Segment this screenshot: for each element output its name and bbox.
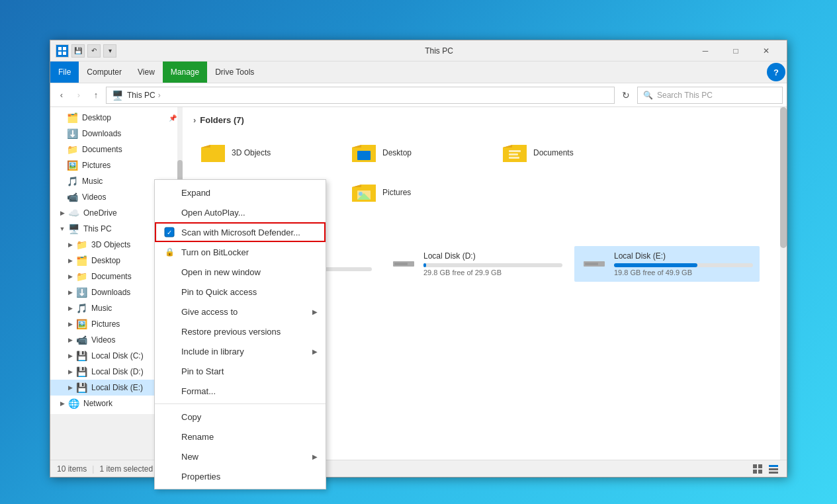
cm-pin-start[interactable]: Pin to Start <box>155 361 326 381</box>
cm-restore-label: Restore previous versions <box>181 327 281 337</box>
svg-rect-32 <box>769 472 778 474</box>
sidebar-network-label: Network <box>83 399 112 408</box>
content-scrollbar-thumb[interactable] <box>780 107 787 248</box>
tab-drive-tools[interactable]: Drive Tools <box>207 62 262 83</box>
tab-computer[interactable]: Computer <box>79 62 130 83</box>
folder-documents[interactable]: Documents <box>495 136 640 170</box>
cm-defender[interactable]: ✓ Scan with Microsoft Defender... <box>155 222 326 242</box>
sidebar-item-desktop[interactable]: 🗂️ Desktop 📌 <box>50 110 182 126</box>
cm-expand[interactable]: Expand <box>155 183 326 202</box>
cm-copy[interactable]: Copy <box>155 407 326 427</box>
search-placeholder: Search This PC <box>657 91 713 100</box>
content-scrollbar-track[interactable] <box>780 107 787 460</box>
cm-bitlocker-label: Turn on BitLocker <box>181 247 249 257</box>
cm-restore-versions[interactable]: Restore previous versions <box>155 321 326 341</box>
search-box[interactable]: 🔍 Search This PC <box>637 87 783 104</box>
search-icon: 🔍 <box>643 91 653 100</box>
folder-name-pictures: Pictures <box>382 188 411 197</box>
svg-rect-4 <box>201 147 225 162</box>
up-button[interactable]: ↑ <box>89 88 103 103</box>
ribbon-spacer <box>262 62 766 83</box>
expand-icon-dl: ▶ <box>66 288 74 296</box>
minimize-button[interactable]: ─ <box>690 40 721 62</box>
give-access-arrow: ▶ <box>312 308 318 315</box>
format-icon <box>163 384 176 398</box>
cm-newwindow-label: Open in new window <box>181 267 261 277</box>
drive-d-icon: 💾 <box>75 366 87 378</box>
cm-pin-quickaccess[interactable]: Pin to Quick access <box>155 282 326 302</box>
defender-icon: ✓ <box>163 226 176 239</box>
expand-icon-d: ▶ <box>66 368 74 376</box>
folder-pictures[interactable]: Pictures <box>344 175 490 210</box>
cm-library-label: Include in library <box>181 347 244 357</box>
folder-icon-3d <box>200 141 226 165</box>
music-icon: 🎵 <box>66 175 78 187</box>
drive-e-name: Local Disk (E:) <box>614 251 753 261</box>
cm-separator-1 <box>155 403 326 404</box>
cm-format-label: Format... <box>181 386 216 396</box>
lock-icon: 🔒 <box>163 245 176 259</box>
cm-include-library[interactable]: Include in library ▶ <box>155 341 326 361</box>
app-icon <box>56 44 69 58</box>
sidebar-item-pictures[interactable]: 🖼️ Pictures <box>50 157 182 173</box>
cm-rename[interactable]: Rename <box>155 427 326 446</box>
refresh-button[interactable]: ↻ <box>617 87 635 104</box>
folder-icon-docs <box>502 141 528 165</box>
cm-properties[interactable]: Properties <box>155 466 326 486</box>
expand-icon-pic: ▶ <box>66 320 74 328</box>
dropdown-icon[interactable]: ▾ <box>103 44 116 58</box>
download-icon: ⬇️ <box>66 128 78 140</box>
cm-bitlocker[interactable]: 🔒 Turn on BitLocker <box>155 242 326 262</box>
explorer-window: 💾 ↶ ▾ This PC ─ □ ✕ File Computer View M… <box>50 40 787 478</box>
restore-icon <box>163 325 176 338</box>
cm-new-label: New <box>181 452 198 462</box>
sidebar-item-documents[interactable]: 📁 Documents <box>50 142 182 157</box>
cm-newwindow[interactable]: Open in new window <box>155 262 326 282</box>
svg-rect-30 <box>769 465 778 467</box>
details-view-button[interactable] <box>751 462 764 476</box>
expand-icon-e: ▶ <box>66 384 74 392</box>
folder-3dobjects[interactable]: 3D Objects <box>193 136 339 170</box>
desktop-icon: 🗂️ <box>75 255 87 267</box>
drive-e[interactable]: Local Disk (E:) 19.8 GB free of 49.9 GB <box>574 246 760 282</box>
drive-d-icon <box>390 252 417 276</box>
titlebar-icons: 💾 ↶ ▾ <box>56 44 116 58</box>
addressbar: ‹ › ↑ 🖥️ This PC › ↻ 🔍 Search This PC <box>50 83 787 107</box>
drive-d[interactable]: Local Disk (D:) 29.8 GB free of 29.9 GB <box>384 246 569 282</box>
maximize-button[interactable]: □ <box>721 40 751 62</box>
give-access-icon <box>163 305 176 318</box>
cm-new[interactable]: New ▶ <box>155 446 326 466</box>
folder-name-desktop: Desktop <box>382 148 412 157</box>
help-button[interactable]: ? <box>767 63 785 81</box>
cm-give-access[interactable]: Give access to ▶ <box>155 302 326 321</box>
forward-button[interactable]: › <box>71 88 86 103</box>
ribbon: File Computer View Manage Drive Tools ? <box>50 62 787 83</box>
sidebar-item-downloads[interactable]: ⬇️ Downloads <box>50 126 182 142</box>
new-arrow: ▶ <box>312 453 318 460</box>
svg-rect-10 <box>509 157 519 159</box>
videos-icon: 📹 <box>66 191 78 203</box>
drive-c-icon: 💾 <box>75 350 87 362</box>
svg-rect-6 <box>357 151 371 160</box>
expand-icon-vid: ▶ <box>66 336 74 344</box>
back-button[interactable]: ‹ <box>54 88 69 103</box>
drive-e-icon: 💾 <box>75 382 87 394</box>
dl-icon: ⬇️ <box>75 286 87 298</box>
drive-e-icon <box>581 252 607 276</box>
close-button[interactable]: ✕ <box>751 40 781 62</box>
computer-icon: 🖥️ <box>67 223 79 235</box>
pin-icon: 📌 <box>169 114 177 122</box>
cm-format[interactable]: Format... <box>155 381 326 401</box>
svg-rect-23 <box>394 263 408 265</box>
tab-file[interactable]: File <box>50 62 79 83</box>
drive-d-bar-bg <box>423 263 562 267</box>
music-icon2: 🎵 <box>75 302 87 314</box>
address-bar[interactable]: 🖥️ This PC › <box>106 87 615 104</box>
tab-manage[interactable]: Manage <box>163 62 207 83</box>
cm-give-access-label: Give access to <box>181 307 238 317</box>
cm-autoplay[interactable]: Open AutoPlay... <box>155 202 326 222</box>
folder-desktop[interactable]: Desktop <box>344 136 490 170</box>
list-view-button[interactable] <box>767 462 780 476</box>
tab-view[interactable]: View <box>130 62 163 83</box>
folders-header: Folders (7) <box>193 115 776 128</box>
